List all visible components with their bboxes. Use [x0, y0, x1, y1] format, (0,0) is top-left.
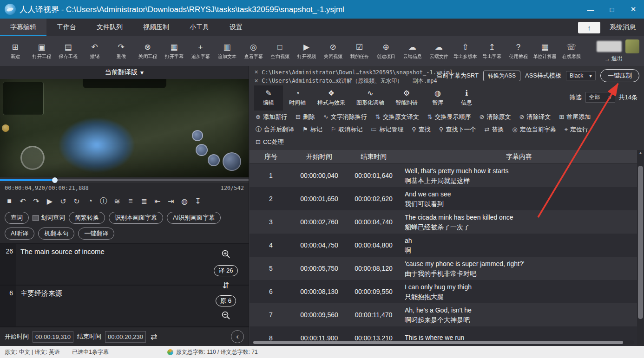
toolbar-button[interactable]: + 追加字幕: [187, 36, 214, 66]
table-row[interactable]: 7 00:00:09,560 00:00:11,470 Ah, he's a G…: [250, 303, 637, 326]
toolbar-button[interactable]: ☑ 我的任务: [346, 36, 373, 66]
tab[interactable]: ℹ 信息: [452, 85, 481, 111]
jump-to-end-button[interactable]: ⇥: [167, 197, 175, 206]
globe-button[interactable]: ◍: [181, 197, 188, 206]
toolbar-button[interactable]: ↥ 导出字幕: [479, 36, 505, 66]
edit-tool-button[interactable]: ⚐ 取消标记: [327, 125, 367, 134]
one-click-render-button[interactable]: 一键压制: [600, 69, 639, 82]
edit-tool-button[interactable]: ⚑ 标记: [298, 125, 327, 134]
forward-3s-button[interactable]: ↻: [73, 197, 80, 206]
menu-item[interactable]: 视频压制: [133, 19, 179, 36]
swap-times-icon[interactable]: ⇄: [151, 332, 157, 342]
action-button[interactable]: 简繁转换: [69, 212, 105, 224]
table-row[interactable]: 6 00:00:08,130 00:00:09,550 I can only h…: [250, 280, 637, 303]
edit-tool-button[interactable]: ⚲ 查找下一个: [435, 125, 480, 134]
waveform-button[interactable]: ≋: [113, 197, 121, 206]
video-progress-bar[interactable]: [0, 177, 249, 183]
action-button[interactable]: 机翻本句: [38, 228, 74, 240]
edit-tool-button[interactable]: ◎ 定位当前字幕: [508, 125, 560, 134]
seek-back-button[interactable]: ↶: [19, 197, 26, 206]
menu-item[interactable]: 文件队列: [86, 19, 133, 36]
zoom-out-icon[interactable]: [221, 311, 230, 322]
toolbar-button[interactable]: ▤ 保存工程: [55, 36, 81, 66]
tab[interactable]: ⚙ 智能纠错: [390, 85, 423, 111]
end-time-input[interactable]: 00:00:20,230: [105, 331, 146, 343]
jump-to-start-button[interactable]: ⇤: [154, 197, 161, 206]
clock-button[interactable]: ◔: [86, 197, 94, 205]
horizontal-scrollbar[interactable]: [252, 340, 634, 345]
edit-tool-button[interactable]: ⌖ 定位行: [560, 125, 592, 134]
toolbar-button[interactable]: ⊘ 关闭视频: [320, 36, 346, 66]
checkbox[interactable]: [33, 215, 39, 221]
filter-select[interactable]: 全部 ▾: [585, 92, 615, 103]
edit-tool-button[interactable]: ∿ 文字消除换行: [319, 113, 371, 121]
toolbar-button[interactable]: ⊕ 创建项目: [373, 36, 399, 66]
original-count-button[interactable]: 原 6: [216, 295, 236, 306]
play-button[interactable]: ▶: [46, 197, 53, 206]
scroll-up-icon[interactable]: ▲: [637, 150, 644, 155]
zoom-in-icon[interactable]: [221, 249, 230, 260]
snapshot-button[interactable]: ↧: [194, 197, 202, 206]
close-button[interactable]: ✕: [623, 0, 644, 19]
collapse-panel-button[interactable]: ‹: [231, 330, 244, 343]
toolbar-button[interactable]: ⇧ 导出多版本: [452, 36, 479, 66]
edit-tool-button[interactable]: ≔ 标记管理: [367, 125, 407, 134]
edit-tool-button[interactable]: ⊟ 删除: [291, 113, 319, 121]
toolbar-button[interactable]: ⊗ 关闭工程: [134, 36, 161, 66]
tab[interactable]: ✎ 编辑: [254, 85, 283, 111]
replay-button[interactable]: ↺: [59, 197, 67, 206]
seek-forward-button[interactable]: ↷: [33, 197, 40, 206]
progress-knob[interactable]: [52, 177, 58, 183]
edit-tool-button[interactable]: ⚲ 查找: [407, 125, 435, 134]
toolbar-button[interactable]: ◎ 查看字幕: [240, 36, 267, 66]
system-messages-link[interactable]: 系统消息: [610, 23, 636, 32]
menu-item[interactable]: 小工具: [179, 19, 219, 36]
close-file-icon[interactable]: ✕: [254, 78, 258, 84]
edit-tool-button[interactable]: Ⓣ 合并后翻译: [251, 125, 298, 134]
edit-tool-button[interactable]: ⇄ 替换: [480, 125, 508, 134]
table-row[interactable]: 4 00:00:04,750 00:00:04,800 ah 啊: [250, 234, 637, 257]
tab[interactable]: ∿ 图形化调轴: [351, 85, 390, 111]
underline-lookup-toggle[interactable]: 划词查词: [33, 214, 65, 222]
table-row[interactable]: 2 00:00:01,650 00:00:02,620 And we can s…: [250, 187, 637, 210]
menu-item[interactable]: 设置: [219, 19, 253, 36]
edit-tool-button[interactable]: ⊞ 首尾添加: [555, 113, 595, 121]
edit-tool-button[interactable]: ⊘ 清除译文: [515, 113, 555, 121]
menu-item[interactable]: 工作台: [46, 19, 86, 36]
upload-icon[interactable]: ↑: [578, 22, 600, 33]
edit-tool-button[interactable]: ⊘ 清除原文: [475, 113, 515, 121]
table-row[interactable]: 1 00:00:00,040 00:00:01,640 Well, that's…: [250, 164, 637, 187]
action-button[interactable]: AI识别画面字幕: [167, 212, 221, 224]
stop-button[interactable]: ■: [6, 197, 13, 205]
table-row[interactable]: 5 00:00:05,750 00:00:08,120 'cause my ph…: [250, 257, 637, 280]
toolbar-button[interactable]: ▶ 打开视频: [293, 36, 320, 66]
version-selector[interactable]: 当前翻译版 ▾: [0, 66, 249, 79]
tab[interactable]: ❖ 样式与效果: [312, 85, 351, 111]
align-lines-button[interactable]: ≡: [127, 197, 134, 205]
tab[interactable]: ◍ 智库: [423, 85, 452, 111]
menu-item[interactable]: 字幕编辑: [0, 19, 46, 36]
tab[interactable]: ◔ 时间轴: [283, 85, 312, 111]
close-file-icon[interactable]: ✕: [254, 69, 258, 75]
video-frame[interactable]: [0, 79, 249, 177]
edit-tool-button[interactable]: ⊕ 添加新行: [251, 113, 291, 121]
lookup-word-button[interactable]: 查词: [5, 212, 29, 224]
toolbar-button[interactable]: ☁ 云端信息: [399, 36, 426, 66]
convert-to-ass-button[interactable]: 转换为ASS: [483, 71, 520, 81]
text-overlay-button[interactable]: Ⓣ: [100, 196, 107, 206]
table-row[interactable]: 3 00:00:02,760 00:00:04,740 The cicada m…: [250, 210, 637, 234]
toolbar-button[interactable]: ↷ 重做: [108, 36, 134, 66]
toolbar-button[interactable]: ↶ 撤销: [81, 36, 108, 66]
toolbar-button[interactable]: ☁ 云端文件: [426, 36, 452, 66]
action-button[interactable]: 一键翻译: [78, 228, 114, 240]
toolbar-button[interactable]: ? 使用教程: [505, 36, 532, 66]
vertical-scrollbar[interactable]: ▲: [637, 150, 644, 346]
avatar[interactable]: [625, 39, 639, 53]
horizontal-scroll-thumb[interactable]: [253, 341, 623, 344]
translation-count-button[interactable]: 译 26: [214, 265, 237, 276]
toolbar-button[interactable]: ▦ 打开字幕: [161, 36, 187, 66]
vertical-scroll-thumb[interactable]: [638, 166, 643, 319]
ass-template-select[interactable]: Black ▾: [566, 71, 596, 80]
minimize-button[interactable]: —: [580, 0, 601, 19]
swap-vertical-icon[interactable]: ⇵: [222, 280, 229, 291]
